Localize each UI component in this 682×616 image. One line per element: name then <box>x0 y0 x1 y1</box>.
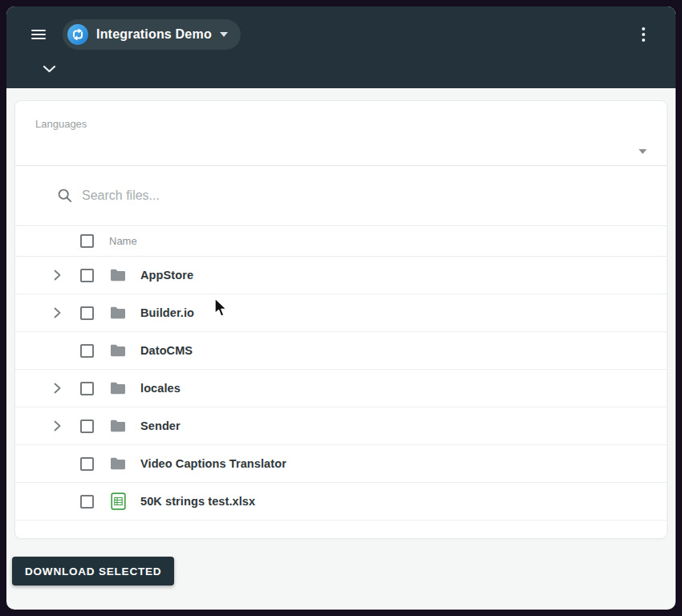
spreadsheet-icon <box>109 492 127 510</box>
table-header-row: Name <box>15 226 667 257</box>
more-options-button[interactable] <box>627 18 660 51</box>
folder-icon <box>109 456 127 471</box>
table-row[interactable]: 50K strings test.xlsx <box>15 483 667 521</box>
row-checkbox[interactable] <box>80 382 94 395</box>
expand-chevron-icon[interactable] <box>51 383 63 394</box>
folder-icon <box>109 381 127 395</box>
hamburger-icon <box>31 30 46 39</box>
name-column-header: Name <box>109 235 137 247</box>
languages-label: Languages <box>35 118 647 130</box>
app-header: Integrations Demo <box>6 6 676 88</box>
sync-arrows-logo-icon <box>67 24 88 45</box>
file-browser-card: Languages Name <box>14 100 668 539</box>
project-title: Integrations Demo <box>96 27 212 42</box>
row-label[interactable]: Sender <box>140 419 181 432</box>
row-label[interactable]: 50K strings test.xlsx <box>140 495 255 508</box>
collapse-button[interactable] <box>35 55 63 83</box>
chevron-down-icon <box>43 65 56 73</box>
row-label[interactable]: locales <box>140 382 181 395</box>
languages-select[interactable] <box>35 130 647 165</box>
expand-chevron-icon[interactable] <box>51 307 63 318</box>
kebab-menu-icon <box>642 27 645 42</box>
table-row[interactable]: Video Captions Translator <box>15 445 667 483</box>
folder-icon <box>109 343 127 358</box>
main-content: Languages Name <box>6 88 676 539</box>
footer-actions: DOWNLOAD SELECTED <box>6 539 676 586</box>
table-row[interactable]: locales <box>15 370 667 407</box>
folder-icon <box>109 306 127 320</box>
row-checkbox[interactable] <box>80 344 94 358</box>
row-checkbox[interactable] <box>80 495 94 509</box>
dropdown-caret-icon <box>639 149 647 154</box>
table-row[interactable]: DatoCMS <box>15 332 667 370</box>
row-label[interactable]: Video Captions Translator <box>140 457 286 470</box>
table-row[interactable]: Builder.io <box>15 294 667 332</box>
search-bar <box>15 166 667 226</box>
menu-button[interactable] <box>22 18 55 51</box>
row-checkbox[interactable] <box>80 419 94 433</box>
table-row[interactable]: Sender <box>15 407 667 445</box>
search-icon <box>57 188 73 204</box>
expand-chevron-icon[interactable] <box>51 270 63 281</box>
languages-field: Languages <box>15 101 667 166</box>
download-selected-button[interactable]: DOWNLOAD SELECTED <box>12 557 174 586</box>
select-all-checkbox[interactable] <box>80 234 94 248</box>
row-checkbox[interactable] <box>80 269 94 282</box>
row-label[interactable]: DatoCMS <box>140 344 193 357</box>
row-checkbox[interactable] <box>80 457 94 471</box>
chevron-down-icon <box>220 32 228 37</box>
expand-chevron-icon[interactable] <box>51 420 63 432</box>
table-row[interactable]: AppStore <box>15 257 667 294</box>
app-window: Integrations Demo Languages <box>6 6 676 610</box>
project-selector[interactable]: Integrations Demo <box>63 19 241 50</box>
search-input[interactable] <box>82 188 563 203</box>
folder-icon <box>109 419 127 433</box>
row-label[interactable]: Builder.io <box>140 306 194 319</box>
folder-icon <box>109 268 127 282</box>
row-label[interactable]: AppStore <box>140 269 193 282</box>
row-checkbox[interactable] <box>80 306 94 320</box>
